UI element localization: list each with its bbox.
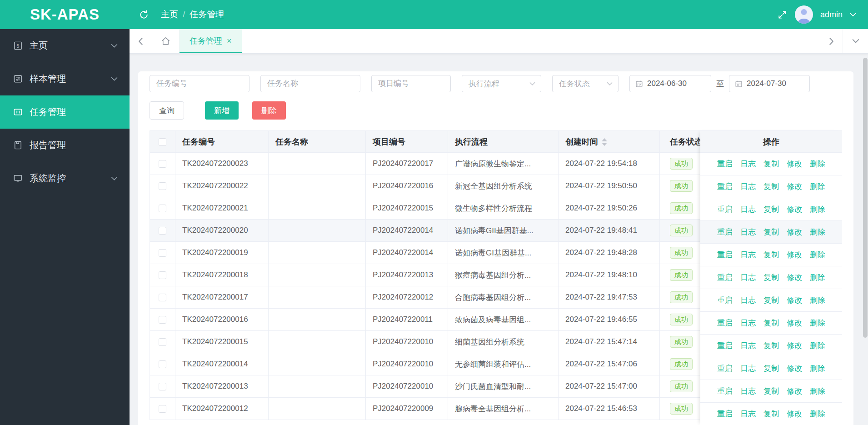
row-action-restart-link[interactable]: 重启 bbox=[717, 409, 733, 419]
row-action-restart-link[interactable]: 重启 bbox=[717, 204, 733, 215]
start-date-picker[interactable]: 2024-06-30 bbox=[629, 75, 711, 92]
sidebar-item-task-management[interactable]: 任务管理 bbox=[0, 95, 130, 129]
task-status-select[interactable]: 任务状态 bbox=[552, 75, 619, 92]
row-checkbox[interactable] bbox=[159, 294, 166, 301]
row-action-restart-link[interactable]: 重启 bbox=[717, 227, 733, 237]
row-action-copy-link[interactable]: 复制 bbox=[763, 204, 779, 215]
row-action-log-link[interactable]: 日志 bbox=[740, 204, 756, 215]
row-action-delete-link[interactable]: 删除 bbox=[810, 340, 825, 351]
row-action-delete-link[interactable]: 删除 bbox=[810, 386, 825, 396]
row-action-copy-link[interactable]: 复制 bbox=[763, 318, 779, 328]
row-checkbox[interactable] bbox=[159, 383, 166, 390]
task-name-input[interactable] bbox=[260, 75, 360, 92]
row-action-log-link[interactable]: 日志 bbox=[740, 250, 756, 260]
row-action-log-link[interactable]: 日志 bbox=[740, 295, 756, 305]
sidebar-item-home[interactable]: 5 主页 bbox=[0, 29, 130, 62]
row-checkbox[interactable] bbox=[159, 338, 166, 346]
row-checkbox[interactable] bbox=[159, 160, 166, 168]
row-action-delete-link[interactable]: 删除 bbox=[810, 250, 825, 260]
tabs-menu-chevron-down-icon[interactable] bbox=[843, 29, 868, 53]
flow-select[interactable]: 执行流程 bbox=[462, 75, 541, 92]
user-avatar[interactable] bbox=[795, 5, 813, 24]
refresh-icon[interactable] bbox=[139, 10, 149, 20]
row-action-restart-link[interactable]: 重启 bbox=[717, 295, 733, 305]
tab-close-icon[interactable]: × bbox=[227, 37, 232, 45]
row-action-delete-link[interactable]: 删除 bbox=[810, 318, 825, 328]
task-no-input[interactable] bbox=[150, 75, 249, 92]
row-checkbox[interactable] bbox=[159, 205, 166, 212]
row-action-modify-link[interactable]: 修改 bbox=[787, 409, 802, 419]
breadcrumb-home[interactable]: 主页 bbox=[161, 9, 178, 20]
row-action-log-link[interactable]: 日志 bbox=[740, 272, 756, 283]
tabs-scroll-left-button[interactable] bbox=[130, 29, 152, 53]
row-action-delete-link[interactable]: 删除 bbox=[810, 409, 825, 419]
row-action-restart-link[interactable]: 重启 bbox=[717, 272, 733, 283]
row-action-log-link[interactable]: 日志 bbox=[740, 181, 756, 192]
row-action-delete-link[interactable]: 删除 bbox=[810, 272, 825, 283]
row-action-restart-link[interactable]: 重启 bbox=[717, 340, 733, 351]
sort-carets-icon[interactable] bbox=[602, 138, 607, 146]
row-checkbox[interactable] bbox=[159, 182, 166, 190]
tab-task-management[interactable]: 任务管理 × bbox=[180, 29, 242, 53]
row-action-delete-link[interactable]: 删除 bbox=[810, 295, 825, 305]
row-action-modify-link[interactable]: 修改 bbox=[787, 204, 802, 215]
row-action-restart-link[interactable]: 重启 bbox=[717, 318, 733, 328]
end-date-picker[interactable]: 2024-07-30 bbox=[729, 75, 810, 92]
row-action-modify-link[interactable]: 修改 bbox=[787, 295, 802, 305]
row-action-modify-link[interactable]: 修改 bbox=[787, 340, 802, 351]
row-action-modify-link[interactable]: 修改 bbox=[787, 159, 802, 169]
row-action-copy-link[interactable]: 复制 bbox=[763, 386, 779, 396]
row-action-log-link[interactable]: 日志 bbox=[740, 340, 756, 351]
row-action-log-link[interactable]: 日志 bbox=[740, 386, 756, 396]
row-action-restart-link[interactable]: 重启 bbox=[717, 181, 733, 192]
row-checkbox[interactable] bbox=[159, 249, 166, 257]
select-all-checkbox[interactable] bbox=[159, 138, 166, 146]
tabs-scroll-right-button[interactable] bbox=[820, 29, 843, 53]
project-no-input[interactable] bbox=[371, 75, 451, 92]
home-tab-icon[interactable] bbox=[152, 29, 180, 53]
fullscreen-icon[interactable] bbox=[777, 10, 788, 20]
row-action-copy-link[interactable]: 复制 bbox=[763, 363, 779, 374]
row-action-restart-link[interactable]: 重启 bbox=[717, 159, 733, 169]
row-action-modify-link[interactable]: 修改 bbox=[787, 272, 802, 283]
row-action-modify-link[interactable]: 修改 bbox=[787, 363, 802, 374]
row-action-modify-link[interactable]: 修改 bbox=[787, 227, 802, 237]
row-action-delete-link[interactable]: 删除 bbox=[810, 181, 825, 192]
row-action-log-link[interactable]: 日志 bbox=[740, 159, 756, 169]
row-action-modify-link[interactable]: 修改 bbox=[787, 318, 802, 328]
row-checkbox[interactable] bbox=[159, 227, 166, 235]
row-checkbox[interactable] bbox=[159, 316, 166, 324]
row-action-delete-link[interactable]: 删除 bbox=[810, 363, 825, 374]
row-action-modify-link[interactable]: 修改 bbox=[787, 386, 802, 396]
row-action-restart-link[interactable]: 重启 bbox=[717, 386, 733, 396]
user-name[interactable]: admin bbox=[820, 10, 843, 20]
row-action-log-link[interactable]: 日志 bbox=[740, 227, 756, 237]
user-menu-chevron-down-icon[interactable] bbox=[850, 13, 856, 17]
row-action-copy-link[interactable]: 复制 bbox=[763, 159, 779, 169]
row-checkbox[interactable] bbox=[159, 360, 166, 368]
sidebar-item-sample-management[interactable]: 样本管理 bbox=[0, 62, 130, 95]
row-checkbox[interactable] bbox=[159, 405, 166, 413]
vertical-scrollbar[interactable] bbox=[863, 58, 868, 338]
row-action-modify-link[interactable]: 修改 bbox=[787, 181, 802, 192]
row-action-copy-link[interactable]: 复制 bbox=[763, 272, 779, 283]
row-action-copy-link[interactable]: 复制 bbox=[763, 340, 779, 351]
row-action-copy-link[interactable]: 复制 bbox=[763, 409, 779, 419]
sidebar-item-report-management[interactable]: 报告管理 bbox=[0, 129, 130, 162]
row-action-restart-link[interactable]: 重启 bbox=[717, 250, 733, 260]
column-header-created-time[interactable]: 创建时间 bbox=[559, 131, 660, 153]
row-action-copy-link[interactable]: 复制 bbox=[763, 227, 779, 237]
row-action-copy-link[interactable]: 复制 bbox=[763, 181, 779, 192]
delete-button[interactable]: 删除 bbox=[252, 101, 286, 120]
row-action-delete-link[interactable]: 删除 bbox=[810, 204, 825, 215]
row-checkbox[interactable] bbox=[159, 271, 166, 279]
row-action-copy-link[interactable]: 复制 bbox=[763, 250, 779, 260]
sidebar-item-system-monitor[interactable]: 系统监控 bbox=[0, 162, 130, 195]
row-action-log-link[interactable]: 日志 bbox=[740, 363, 756, 374]
row-action-modify-link[interactable]: 修改 bbox=[787, 250, 802, 260]
row-action-log-link[interactable]: 日志 bbox=[740, 409, 756, 419]
row-action-delete-link[interactable]: 删除 bbox=[810, 227, 825, 237]
row-action-log-link[interactable]: 日志 bbox=[740, 318, 756, 328]
row-action-restart-link[interactable]: 重启 bbox=[717, 363, 733, 374]
add-button[interactable]: 新增 bbox=[205, 101, 239, 120]
